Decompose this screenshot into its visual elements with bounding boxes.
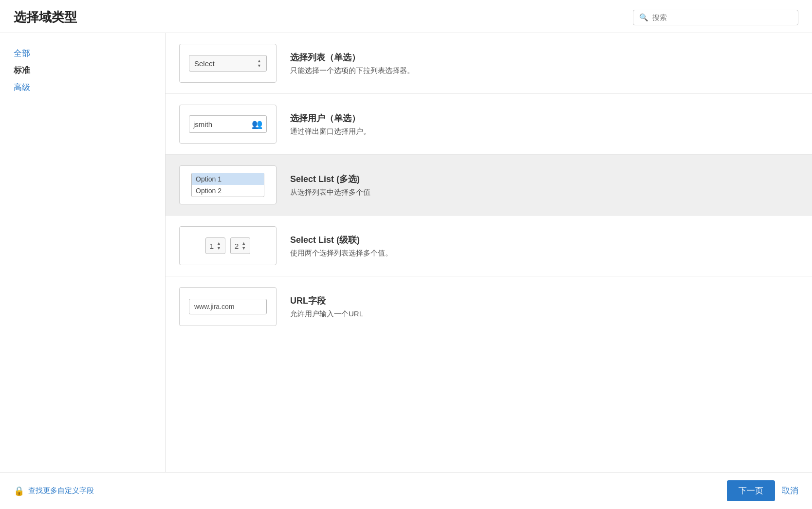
user-select-icon: 👥 [252,119,262,129]
field-info-select-single: 选择列表（单选） 只能选择一个选项的下拉列表选择器。 [290,52,798,75]
footer: 🔒 查找更多自定义字段 下一页 取消 [0,472,812,509]
field-desc-cascade: 使用两个选择列表选择多个值。 [290,249,798,258]
find-more-link[interactable]: 🔒 查找更多自定义字段 [14,486,94,496]
sidebar-item-all[interactable]: 全部 [14,45,151,62]
field-desc-select-multi: 从选择列表中选择多个值 [290,188,798,197]
header: 选择域类型 🔍 [0,0,812,33]
select-arrows-icon: ▲ ▼ [257,58,261,68]
find-more-label[interactable]: 查找更多自定义字段 [28,486,94,495]
field-title-user-single: 选择用户（单选） [290,112,798,124]
select-dropdown-label: Select [194,59,215,68]
lock-icon: 🔒 [14,486,24,496]
field-row-cascade[interactable]: 1 ▲ ▼ 2 ▲ ▼ Sele [166,216,812,276]
cascade-value-1: 1 [210,242,214,250]
sidebar-item-standard[interactable]: 标准 [14,62,151,79]
field-info-select-multi: Select List (多选) 从选择列表中选择多个值 [290,173,798,197]
page-title: 选择域类型 [14,9,77,26]
cancel-button[interactable]: 取消 [782,485,798,496]
field-title-select-single: 选择列表（单选） [290,52,798,63]
search-icon: 🔍 [639,13,648,22]
field-desc-user-single: 通过弹出窗口选择用户。 [290,127,798,136]
field-title-url: URL字段 [290,295,798,307]
field-row-select-multi[interactable]: Option 1 Option 2 Select List (多选) 从选择列表… [166,155,812,216]
cascade-arrows-1: ▲ ▼ [217,241,221,251]
user-field-preview: jsmith 👥 [189,115,267,133]
field-preview-user-single: jsmith 👥 [179,105,277,144]
main-content: Select ▲ ▼ 选择列表（单选） 只能选择一个选项的下拉列表选择器。 js… [166,33,812,472]
field-desc-select-single: 只能选择一个选项的下拉列表选择器。 [290,66,798,75]
field-info-user-single: 选择用户（单选） 通过弹出窗口选择用户。 [290,112,798,136]
field-preview-select-single: Select ▲ ▼ [179,44,277,83]
field-preview-select-multi: Option 1 Option 2 [179,165,277,204]
body-layout: 全部 标准 高级 Select ▲ ▼ 选择列表（单选） 只能选择一个选项的下拉… [0,33,812,472]
select-dropdown-preview: Select ▲ ▼ [189,55,267,72]
cascade-select-2: 2 ▲ ▼ [230,237,250,254]
search-box: 🔍 [633,10,798,25]
url-preview: www.jira.com [189,299,267,314]
field-title-cascade: Select List (级联) [290,234,798,246]
cascade-preview: 1 ▲ ▼ 2 ▲ ▼ [205,237,251,254]
field-preview-url: www.jira.com [179,287,277,326]
cascade-select-1: 1 ▲ ▼ [205,237,225,254]
field-row-user-single[interactable]: jsmith 👥 选择用户（单选） 通过弹出窗口选择用户。 [166,94,812,155]
sidebar-item-advanced[interactable]: 高级 [14,79,151,96]
field-desc-url: 允许用户输入一个URL [290,309,798,319]
multiselect-option-2: Option 2 [192,185,264,197]
field-row-url[interactable]: www.jira.com URL字段 允许用户输入一个URL [166,276,812,337]
field-preview-cascade: 1 ▲ ▼ 2 ▲ ▼ [179,226,277,265]
field-info-cascade: Select List (级联) 使用两个选择列表选择多个值。 [290,234,798,258]
field-info-url: URL字段 允许用户输入一个URL [290,295,798,319]
multiselect-option-1: Option 1 [192,173,264,185]
search-input[interactable] [652,13,792,21]
field-row-select-single[interactable]: Select ▲ ▼ 选择列表（单选） 只能选择一个选项的下拉列表选择器。 [166,33,812,94]
multiselect-preview: Option 1 Option 2 [191,173,264,197]
cascade-arrows-2: ▲ ▼ [241,241,246,251]
sidebar: 全部 标准 高级 [0,33,166,472]
user-field-value: jsmith [193,120,212,128]
field-title-select-multi: Select List (多选) [290,173,798,185]
cascade-value-2: 2 [235,242,239,250]
next-button[interactable]: 下一页 [727,480,775,501]
footer-actions: 下一页 取消 [727,480,798,501]
